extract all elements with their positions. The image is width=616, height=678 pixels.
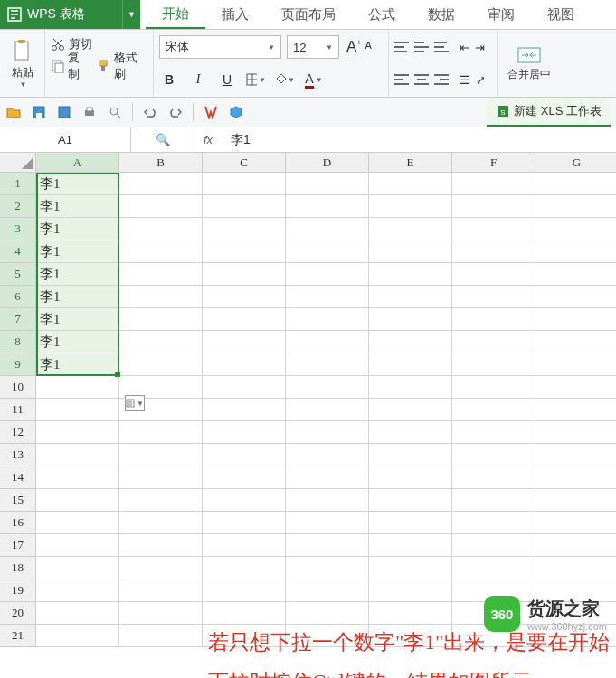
align-right-button[interactable] [434,74,449,85]
cell-A8[interactable]: 李1 [36,331,119,353]
cell-A9[interactable]: 李1 [36,353,119,376]
fill-color-button[interactable]: ▼ [275,70,295,89]
align-middle-button[interactable] [414,42,429,52]
cell-D19[interactable] [286,579,369,602]
zoom-icon[interactable]: 🔍 [156,133,170,146]
cell-F2[interactable] [452,195,535,218]
tab-5[interactable]: 审阅 [471,0,531,29]
indent-increase-button[interactable]: ⇥ [475,41,485,54]
cell-D7[interactable] [286,308,369,331]
cell-C15[interactable] [203,489,286,512]
redo-button[interactable] [167,104,184,120]
cell-G2[interactable] [535,195,616,218]
cell-C3[interactable] [203,218,286,240]
row-header-3[interactable]: 3 [0,218,36,240]
cell-B7[interactable] [119,308,203,331]
cell-E16[interactable] [369,512,452,534]
align-bottom-button[interactable] [434,42,449,52]
cell-A13[interactable] [36,444,119,466]
cell-D18[interactable] [286,557,369,579]
cell-D16[interactable] [286,512,369,534]
tab-2[interactable]: 页面布局 [265,0,352,29]
spreadsheet-grid[interactable]: ABCDEFG 12345678910111213141516171819202… [0,153,616,659]
formula-input[interactable]: 李1 [222,127,616,152]
cell-C2[interactable] [203,195,286,218]
cell-C17[interactable] [203,534,286,557]
cell-E18[interactable] [369,557,452,579]
cell-E19[interactable] [369,579,452,602]
cell-E14[interactable] [369,466,452,489]
cell-D9[interactable] [286,353,369,376]
tab-3[interactable]: 公式 [352,0,412,29]
cell-C11[interactable] [203,399,286,421]
cells-area[interactable]: 李1李1李1李1李1李1李1李1李1 [36,173,616,647]
row-header-17[interactable]: 17 [0,534,36,557]
col-header-E[interactable]: E [369,153,452,173]
cell-D2[interactable] [286,195,369,218]
cell-E8[interactable] [369,331,452,353]
cell-B15[interactable] [119,489,203,512]
cell-F7[interactable] [452,308,535,331]
font-size-select[interactable]: 12 ▼ [287,35,339,59]
cell-B12[interactable] [119,421,203,444]
font-color-button[interactable]: A▼ [304,70,324,89]
cell-D14[interactable] [286,466,369,489]
col-header-A[interactable]: A [36,153,119,173]
open-button[interactable] [5,104,22,120]
cell-D3[interactable] [286,218,369,240]
cell-E2[interactable] [369,195,452,218]
bold-button[interactable]: B [159,70,179,89]
cell-B17[interactable] [119,534,203,557]
row-header-4[interactable]: 4 [0,240,36,263]
cell-E5[interactable] [369,263,452,286]
save-button[interactable] [31,104,47,120]
cell-A14[interactable] [36,466,119,489]
cell-G4[interactable] [535,240,616,263]
cell-B13[interactable] [119,444,203,466]
cell-G15[interactable] [535,489,616,512]
cell-A19[interactable] [36,579,119,602]
cell-F4[interactable] [452,240,535,263]
row-header-2[interactable]: 2 [0,195,36,218]
cell-D1[interactable] [286,173,369,195]
row-header-13[interactable]: 13 [0,444,36,466]
cell-D4[interactable] [286,240,369,263]
select-all-corner[interactable] [0,153,36,173]
cell-F18[interactable] [452,557,535,579]
cell-E15[interactable] [369,489,452,512]
font-name-select[interactable]: 宋体 ▼ [159,35,281,59]
paste-button[interactable]: 粘贴 ▼ [12,33,33,93]
print-button[interactable] [81,104,98,120]
cell-B19[interactable] [119,579,203,602]
cell-E13[interactable] [369,444,452,466]
tab-0[interactable]: 开始 [146,0,205,29]
cell-G9[interactable] [535,353,616,376]
cell-B18[interactable] [119,557,203,579]
cell-C4[interactable] [203,240,286,263]
autofill-options-button[interactable]: ▼ [125,395,145,411]
cell-C12[interactable] [203,421,286,444]
row-header-21[interactable]: 21 [0,625,36,647]
cell-F14[interactable] [452,466,535,489]
cell-E11[interactable] [369,399,452,421]
cell-A4[interactable]: 李1 [36,240,119,263]
cell-F13[interactable] [452,444,535,466]
cell-F12[interactable] [452,421,535,444]
row-header-9[interactable]: 9 [0,353,36,376]
cell-G14[interactable] [535,466,616,489]
cell-A1[interactable]: 李1 [36,173,119,195]
row-header-8[interactable]: 8 [0,331,36,353]
copy-button[interactable]: 复制 [51,50,90,82]
italic-button[interactable]: I [188,70,208,89]
row-header-18[interactable]: 18 [0,557,36,579]
print-preview-button[interactable] [107,104,123,120]
cell-B20[interactable] [119,602,203,625]
wrap-text-button[interactable]: ☰ [460,73,470,87]
cell-D8[interactable] [286,331,369,353]
cell-A7[interactable]: 李1 [36,308,119,331]
cell-A16[interactable] [36,512,119,534]
align-left-button[interactable] [394,74,409,85]
cell-G7[interactable] [535,308,616,331]
col-header-B[interactable]: B [119,153,203,173]
cell-B4[interactable] [119,240,203,263]
